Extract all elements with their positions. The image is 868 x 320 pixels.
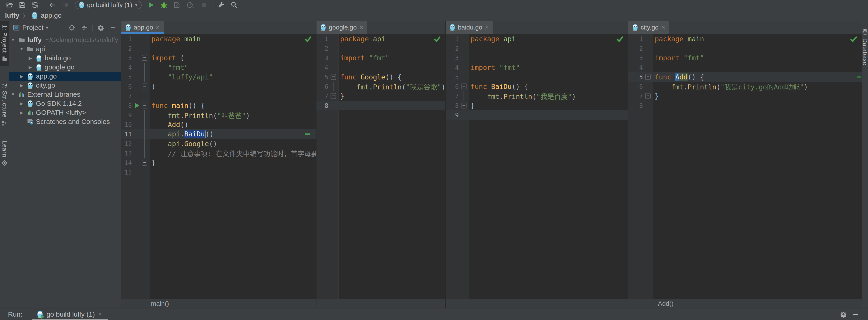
tree-item-app.go[interactable]: ▶app.go: [9, 72, 121, 81]
code-editor[interactable]: 1package main23−import (4 "fmt"5 "luffy/…: [121, 34, 316, 299]
chevron-right-icon[interactable]: ▶: [27, 65, 33, 70]
fold-marker[interactable]: −: [142, 83, 147, 90]
fold-marker[interactable]: −: [331, 74, 336, 80]
tree-item-scratches-and-consoles[interactable]: Scratches and Consoles: [9, 117, 121, 126]
project-tree: ▼luffy~/GolangProjects/src/luffy▼api▶bai…: [9, 34, 121, 308]
tree-item-baidu.go[interactable]: ▶baidu.go: [9, 54, 121, 63]
code-line: 7: [121, 91, 316, 101]
fold-gutter-slot: [141, 43, 148, 53]
editor-breadcrumb[interactable]: [445, 299, 628, 308]
save-all-icon[interactable]: [16, 0, 29, 9]
run-tab[interactable]: go build luffy (1) ×: [32, 309, 107, 320]
back-icon[interactable]: [46, 0, 59, 9]
chevron-right-icon[interactable]: ▶: [19, 74, 25, 79]
tool-stripe-learn[interactable]: Learn: [0, 137, 9, 171]
tab-close-icon[interactable]: ×: [485, 24, 489, 31]
collapse-all-icon[interactable]: [79, 23, 89, 32]
chevron-right-icon[interactable]: ▶: [19, 83, 25, 88]
learn-icon: [2, 160, 7, 167]
project-panel-title[interactable]: Project: [22, 24, 43, 32]
fold-marker[interactable]: −: [142, 103, 147, 108]
go-run-icon: [37, 311, 43, 318]
editor-breadcrumb[interactable]: [316, 299, 445, 308]
tree-item-external-libraries[interactable]: ▼External Libraries: [9, 90, 121, 99]
line-number: 9: [445, 112, 460, 119]
editor-tab-app.go[interactable]: app.go×: [121, 21, 164, 34]
search-icon[interactable]: [228, 0, 241, 9]
chevron-down-icon[interactable]: ▼: [10, 37, 16, 42]
breadcrumb-project[interactable]: luffy: [5, 11, 19, 19]
tree-item-api[interactable]: ▼api: [9, 44, 121, 54]
code-text: fmt.Println("我是city.go的Add功能"): [655, 81, 808, 92]
open-folder-icon[interactable]: [3, 0, 16, 9]
wrench-icon[interactable]: [215, 0, 228, 9]
fold-marker[interactable]: −: [142, 55, 147, 61]
line-number: 8: [121, 102, 133, 109]
tab-close-icon[interactable]: ×: [360, 24, 363, 31]
code-text: package api: [471, 35, 516, 43]
tab-close-icon[interactable]: ×: [661, 24, 665, 31]
chevron-right-icon[interactable]: ▶: [19, 101, 25, 106]
fold-gutter-slot: [141, 120, 148, 129]
chevron-down-icon[interactable]: ▼: [10, 92, 16, 97]
sync-icon[interactable]: [29, 0, 41, 9]
tree-item-google.go[interactable]: ▶google.go: [9, 63, 121, 72]
fold-marker[interactable]: −: [331, 93, 336, 99]
fold-marker[interactable]: −: [461, 83, 466, 90]
tree-item-gopath-luffy-[interactable]: ▶GOPATH <luffy>: [9, 108, 121, 117]
fold-marker[interactable]: −: [142, 160, 147, 166]
tree-item-go-sdk-1.14.2[interactable]: ▶Go SDK 1.14.2: [9, 99, 121, 108]
code-editor[interactable]: 1package main23import "fmt"45−func Add()…: [628, 34, 862, 299]
line-number: 7: [445, 93, 460, 100]
editor-breadcrumb[interactable]: Add(): [628, 299, 862, 308]
tree-item-city.go[interactable]: ▶city.go: [9, 81, 121, 90]
fold-gutter-slot: [141, 139, 148, 148]
profiler-icon: [183, 0, 197, 9]
chevron-down-icon[interactable]: ▾: [46, 25, 48, 31]
fold-marker[interactable]: −: [645, 93, 651, 99]
run-config-selector[interactable]: go build luffy (1)▾: [75, 1, 142, 9]
goland-window: go build luffy (1)▾ luffy 〉 app.go 1: Pr…: [0, 0, 868, 320]
fold-guide-line: [464, 91, 464, 101]
code-text: api.BaiDu(): [151, 130, 214, 138]
line-number: 1: [628, 35, 644, 42]
chevron-right-icon[interactable]: ▶: [27, 56, 33, 61]
fold-gutter-slot: −: [330, 91, 337, 101]
chevron-down-icon[interactable]: ▼: [19, 46, 25, 51]
main-toolbar: go build luffy (1)▾: [0, 0, 868, 10]
code-text: package api: [340, 35, 385, 43]
gear-icon[interactable]: [838, 309, 849, 319]
editor-breadcrumb[interactable]: main(): [121, 299, 316, 308]
editor-tab-google.go[interactable]: google.go×: [316, 21, 367, 34]
tool-stripe-project[interactable]: 1: Project: [0, 21, 9, 66]
editor-pane-baidu.go: baidu.go×1package api234import "fmt"56−f…: [445, 21, 628, 308]
close-icon[interactable]: ×: [98, 311, 102, 318]
code-line: 6−): [121, 82, 316, 91]
debug-icon[interactable]: [158, 0, 170, 9]
tool-stripe-structure[interactable]: 7: Structure: [0, 80, 9, 131]
line-number: 2: [121, 45, 133, 52]
folder-icon: [18, 36, 25, 43]
code-text: func Add() {: [655, 73, 704, 81]
editor-tab-baidu.go[interactable]: baidu.go×: [445, 21, 493, 34]
breadcrumb-file[interactable]: app.go: [41, 11, 62, 19]
hide-panel-icon[interactable]: [849, 309, 861, 319]
chevron-right-icon[interactable]: ▶: [19, 110, 25, 115]
run-icon[interactable]: [145, 0, 158, 9]
code-editor[interactable]: 1package api23import "fmt"45−func Google…: [316, 34, 445, 299]
line-number: 6: [445, 83, 460, 90]
run-function-icon[interactable]: [135, 103, 140, 108]
hide-panel-icon[interactable]: [108, 23, 118, 32]
fold-marker[interactable]: −: [645, 74, 651, 80]
editor-tab-city.go[interactable]: city.go×: [628, 21, 669, 34]
gear-icon[interactable]: [96, 23, 106, 32]
tree-item-luffy[interactable]: ▼luffy~/GolangProjects/src/luffy: [9, 35, 121, 44]
fold-gutter-slot: [141, 110, 148, 120]
gopher-icon: [35, 55, 42, 62]
code-editor[interactable]: 1package api234import "fmt"56−func BaiDu…: [445, 34, 628, 299]
go-config-icon: [79, 1, 84, 8]
libs-icon: [18, 91, 25, 98]
fold-marker[interactable]: −: [461, 103, 466, 108]
locate-file-icon[interactable]: [67, 23, 77, 32]
tab-close-icon[interactable]: ×: [156, 24, 160, 31]
